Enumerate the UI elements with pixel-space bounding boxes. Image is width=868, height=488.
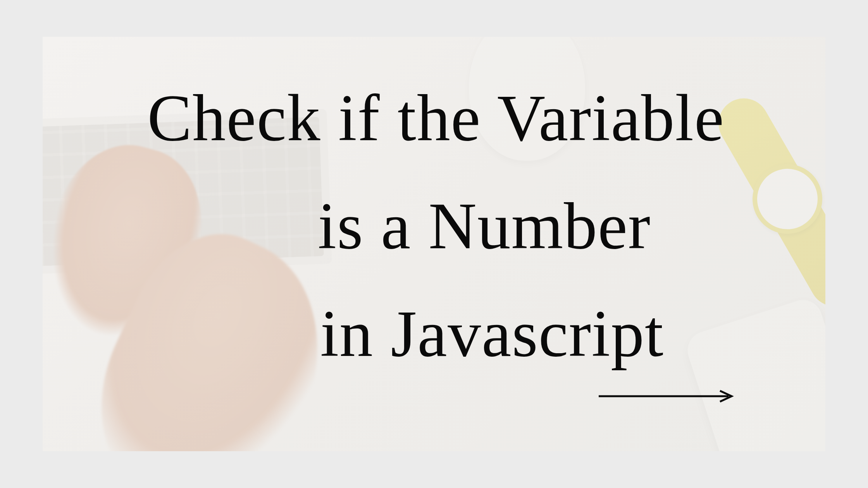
slide-canvas: Check if the Variable is a Number in Jav… xyxy=(43,37,825,451)
slide-title: Check if the Variable is a Number in Jav… xyxy=(43,64,825,388)
title-line-1: Check if the Variable xyxy=(43,64,825,172)
title-line-2: is a Number xyxy=(43,172,825,280)
arrow-right-icon xyxy=(597,388,736,406)
title-line-3: in Javascript xyxy=(43,280,825,388)
slide-frame: Check if the Variable is a Number in Jav… xyxy=(0,0,868,488)
